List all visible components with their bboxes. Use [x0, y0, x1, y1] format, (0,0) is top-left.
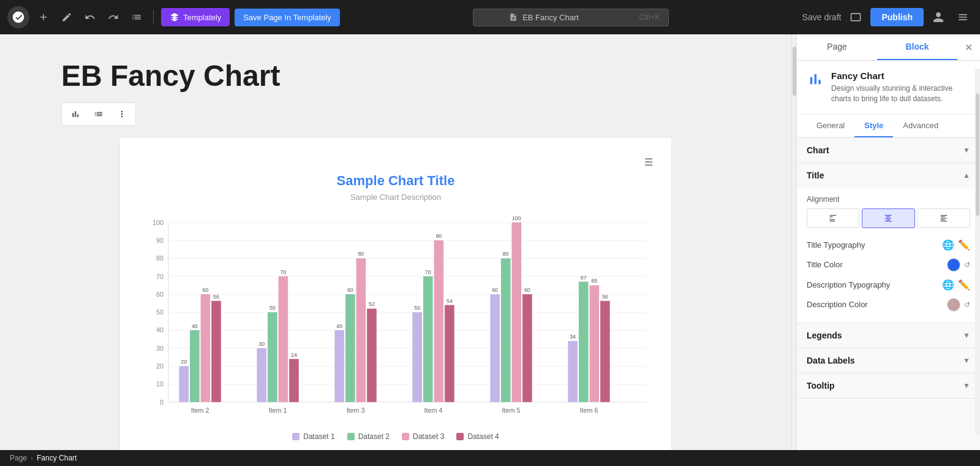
accordion-legends-header[interactable]: Legends ▼: [797, 323, 980, 348]
preview-button[interactable]: [846, 7, 865, 27]
legend-item-1: Dataset 1: [292, 432, 334, 441]
canvas-scroll-thumb[interactable]: [793, 47, 796, 96]
legend-color-1: [292, 433, 300, 440]
title-typography-edit-icon[interactable]: ✏️: [958, 239, 970, 251]
plugin-icon: [807, 71, 824, 90]
svg-text:40: 40: [336, 323, 342, 329]
sub-tab-bar: General Style Advanced: [797, 115, 980, 138]
save-page-button[interactable]: Save Page In Templately: [235, 9, 340, 26]
panel-scroll-thumb[interactable]: [976, 93, 979, 216]
svg-text:24: 24: [291, 352, 297, 358]
title-color-swatch[interactable]: [947, 258, 960, 272]
subtab-general[interactable]: General: [807, 115, 854, 137]
panel-close-button[interactable]: ✕: [957, 37, 980, 58]
svg-text:Item 5: Item 5: [502, 407, 521, 414]
description-typography-globe-icon[interactable]: 🌐: [942, 279, 954, 291]
svg-rect-52: [434, 240, 444, 402]
svg-rect-41: [334, 330, 344, 402]
chart-svg: 100 90 80 70 60 50 40 30 20 10 0: [138, 214, 653, 425]
accordion-tooltip: Tooltip ▼: [797, 373, 980, 399]
accordion-title-body: Alignment Title Typo: [797, 188, 980, 323]
accordion-title-chevron: ▲: [963, 171, 970, 180]
svg-text:Item 1: Item 1: [269, 407, 287, 414]
settings-panel-button[interactable]: [953, 7, 973, 27]
align-icon-button[interactable]: [88, 105, 110, 123]
svg-text:90: 90: [156, 237, 164, 244]
add-block-button[interactable]: [34, 8, 53, 26]
svg-text:60: 60: [156, 291, 164, 298]
accordion-title: Title ▲ Alignment: [797, 163, 980, 323]
legend-item-2: Dataset 2: [347, 432, 390, 441]
save-draft-button[interactable]: Save draft: [802, 12, 842, 22]
svg-text:80: 80: [156, 254, 164, 262]
svg-text:100: 100: [153, 219, 164, 226]
more-icon-button[interactable]: [111, 105, 133, 123]
svg-text:34: 34: [570, 334, 576, 340]
chart-icon-button[interactable]: [64, 105, 86, 123]
title-typography-globe-icon[interactable]: 🌐: [942, 239, 954, 251]
align-center-button[interactable]: [862, 208, 914, 228]
wp-logo[interactable]: [7, 6, 29, 28]
breadcrumb-current: Fancy Chart: [37, 454, 77, 462]
svg-text:40: 40: [156, 326, 164, 334]
accordion-tooltip-header[interactable]: Tooltip ▼: [797, 373, 980, 398]
title-color-reset[interactable]: ↺: [964, 261, 970, 269]
description-color-reset[interactable]: ↺: [964, 300, 970, 309]
svg-rect-26: [211, 301, 221, 402]
toolbar-center: EB Fancy Chart Ctrl+K: [345, 9, 797, 26]
subtab-advanced[interactable]: Advanced: [893, 115, 948, 137]
svg-text:Item 6: Item 6: [580, 407, 598, 414]
breadcrumb-page-link[interactable]: Page: [10, 454, 27, 462]
svg-rect-42: [345, 294, 355, 402]
chart-title: Sample Chart Title: [138, 173, 653, 189]
publish-button[interactable]: Publish: [870, 8, 924, 26]
svg-text:52: 52: [369, 301, 375, 307]
svg-text:70: 70: [280, 269, 286, 275]
svg-text:65: 65: [591, 278, 597, 284]
list-view-button[interactable]: [127, 8, 146, 26]
tab-page[interactable]: Page: [797, 34, 877, 60]
legend-item-4: Dataset 4: [456, 432, 499, 441]
svg-text:50: 50: [414, 305, 420, 311]
edit-tool-button[interactable]: [58, 8, 76, 26]
accordion-title-header[interactable]: Title ▲: [797, 163, 980, 188]
svg-text:50: 50: [270, 305, 276, 311]
redo-button[interactable]: [104, 8, 123, 26]
canvas-scrollbar[interactable]: [791, 34, 796, 450]
svg-text:70: 70: [156, 273, 164, 280]
svg-text:60: 60: [347, 287, 353, 293]
align-left-button[interactable]: [807, 208, 859, 228]
svg-text:50: 50: [156, 308, 164, 316]
svg-text:Item 3: Item 3: [347, 407, 365, 414]
templately-button[interactable]: Templately: [161, 8, 230, 26]
legend-color-3: [402, 433, 409, 440]
subtab-style[interactable]: Style: [854, 115, 893, 137]
accordion-data-labels-header[interactable]: Data Labels ▼: [797, 348, 980, 373]
svg-rect-50: [412, 312, 422, 402]
accordion-data-labels: Data Labels ▼: [797, 348, 980, 373]
toolbar-right: Save draft Publish: [802, 7, 973, 27]
undo-button[interactable]: [81, 8, 99, 26]
plugin-info-text: Fancy Chart Design visually stunning & i…: [831, 71, 970, 104]
chart-menu-icon[interactable]: ☰: [138, 156, 653, 168]
legend-item-3: Dataset 3: [402, 432, 444, 441]
accordion-chart: Chart ▼: [797, 138, 980, 163]
toolbar-divider-1: [153, 10, 154, 25]
breadcrumb-separator: ›: [31, 454, 33, 462]
legend-color-2: [347, 433, 355, 440]
svg-text:30: 30: [156, 345, 164, 352]
svg-rect-25: [201, 294, 211, 402]
panel-tab-bar: Page Block ✕: [797, 34, 980, 61]
panel-content: Chart ▼ Title ▲ Alignment: [797, 138, 980, 450]
panel-scrollbar[interactable]: [975, 69, 980, 435]
accordion-chart-header[interactable]: Chart ▼: [797, 138, 980, 162]
tab-block[interactable]: Block: [877, 34, 957, 60]
user-avatar-button[interactable]: [929, 7, 948, 27]
accordion-chart-chevron: ▼: [963, 146, 970, 155]
description-typography-edit-icon[interactable]: ✏️: [958, 279, 970, 291]
svg-text:67: 67: [581, 275, 587, 281]
svg-rect-34: [279, 277, 288, 402]
align-right-button[interactable]: [918, 208, 970, 228]
description-color-swatch[interactable]: [947, 298, 960, 311]
search-bar[interactable]: EB Fancy Chart Ctrl+K: [473, 9, 669, 26]
